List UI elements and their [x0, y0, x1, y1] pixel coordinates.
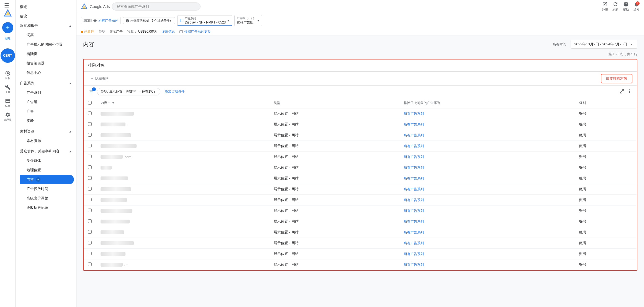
sidebar-item-ad-groups[interactable]: 广告组 — [20, 97, 74, 107]
campaign-name-filter[interactable]: 广告系列 Display - NF - RMKT - 0523 ▼ — [177, 15, 232, 26]
sidebar-item-ad-schedule-2[interactable]: 广告投放时间 — [20, 184, 74, 194]
edit-exclude-button[interactable]: 修改排除对象 — [601, 74, 632, 83]
campaign-link[interactable]: 所有广告系列 — [404, 198, 424, 202]
row-campaign-cell: 所有广告系列 — [399, 249, 575, 259]
simulate-link[interactable]: 模拟广告系列更改 — [184, 29, 211, 34]
row-checkbox[interactable] — [88, 230, 92, 234]
notifications-button[interactable]: 1 通知 — [633, 1, 640, 12]
row-checkbox[interactable] — [88, 262, 92, 266]
row-checkbox[interactable] — [88, 144, 92, 147]
campaign-link[interactable]: 所有广告系列 — [404, 166, 424, 170]
sidebar-item-change-history[interactable]: 更改历史记录 — [20, 203, 74, 212]
table-row: 展示位置 - 网站 所有广告系列 账号 — [84, 216, 637, 227]
back-to-all-campaigns[interactable]: 返回到 所有广告系列 — [81, 17, 121, 24]
sidebar-item-report-editor[interactable]: 报告编辑器 — [20, 59, 74, 68]
more-options-icon[interactable] — [627, 89, 632, 95]
sidebar-item-assets[interactable]: 素材资源 — [20, 136, 74, 145]
row-level-cell: 账号 — [575, 195, 637, 205]
ad-group-filter[interactable]: 广告组（3 个） 选择广告组 ▼ — [234, 15, 262, 26]
cert-badge[interactable]: CERT — [1, 48, 15, 63]
row-checkbox[interactable] — [88, 209, 92, 212]
campaign-link[interactable]: 所有广告系列 — [404, 220, 424, 223]
date-range-selector[interactable]: 2022年10月9日 - 2024年7月25日 — [571, 40, 637, 49]
sidebar-item-ads[interactable]: 广告 — [20, 107, 74, 116]
filter-icon-wrapper[interactable]: 1 — [88, 89, 95, 95]
th-checkbox — [84, 98, 96, 108]
row-checkbox[interactable] — [88, 111, 92, 115]
sidebar-audience-section: 受众群体、关键字和内容 ▲ 受众群体 地理位置 内容 广告投放时间 高级出价调整 — [16, 147, 76, 212]
campaign-filter-arrow-icon: ▼ — [227, 19, 230, 22]
external-button[interactable]: 外观 — [602, 1, 608, 12]
hamburger-menu[interactable]: ☰ — [4, 2, 9, 9]
row-checkbox[interactable] — [88, 133, 92, 137]
sidebar-item-campaigns[interactable]: 广告系列 — [20, 88, 74, 97]
row-campaign-cell: 所有广告系列 — [399, 238, 575, 249]
campaign-link[interactable]: 所有广告系列 — [404, 241, 424, 245]
budget-label: 预算： — [127, 30, 137, 33]
nav-tools[interactable]: 工具 — [1, 82, 14, 96]
search-input[interactable] — [112, 2, 201, 11]
sidebar-campaigns-header[interactable]: 广告系列 ▲ — [16, 79, 76, 88]
sidebar-item-bid-adjust[interactable]: 高级出价调整 — [20, 194, 74, 203]
hide-table-button[interactable]: 隐藏表格 — [88, 75, 111, 82]
sidebar-item-landing-pages[interactable]: 着陆页 — [20, 49, 74, 59]
content-blurred — [101, 263, 123, 267]
sidebar-audience-header[interactable]: 受众群体、关键字和内容 ▲ — [16, 147, 76, 156]
row-content-cell — [96, 173, 269, 184]
refresh-button[interactable]: 刷新 — [612, 1, 619, 12]
create-button[interactable] — [2, 22, 13, 33]
nav-divider-2 — [2, 66, 14, 66]
row-checkbox[interactable] — [88, 122, 92, 126]
unsaved-view-filter[interactable]: 未保存的视图（3 个过滤条件） — [123, 17, 175, 24]
row-checkbox[interactable] — [88, 219, 92, 223]
content-blurred — [101, 198, 127, 202]
detail-link[interactable]: 详细信息 — [161, 29, 175, 34]
select-all-checkbox[interactable] — [88, 101, 92, 105]
campaign-link[interactable]: 所有广告系列 — [404, 187, 424, 191]
row-checkbox[interactable] — [88, 165, 92, 169]
campaign-link[interactable]: 所有广告系列 — [404, 155, 424, 159]
nav-admin[interactable]: 管理员 — [1, 110, 14, 123]
nav-billing[interactable]: 结算 — [1, 96, 14, 110]
row-checkbox[interactable] — [88, 241, 92, 244]
campaign-link[interactable]: 所有广告系列 — [404, 133, 424, 137]
campaign-link[interactable]: 所有广告系列 — [404, 209, 424, 213]
sidebar-item-info-center[interactable]: 信息中心 — [20, 68, 74, 77]
sidebar-item-audiences[interactable]: 受众群体 — [20, 156, 74, 165]
content-blurred — [101, 112, 134, 116]
budget-info: 预算： US$30.00/天 — [127, 29, 157, 34]
expand-icon[interactable] — [619, 89, 625, 95]
sidebar-item-ad-schedule[interactable]: 广告展示的时间和位置 — [20, 40, 74, 49]
sort-icon[interactable]: ⬆ — [112, 102, 114, 105]
row-checkbox[interactable] — [88, 155, 92, 158]
campaign-link[interactable]: 所有广告系列 — [404, 263, 424, 267]
nav-goals[interactable]: 目标 — [1, 69, 14, 82]
add-filter-button[interactable]: 添加过滤条件 — [163, 88, 187, 95]
help-button[interactable]: 帮助 — [623, 1, 629, 12]
row-checkbox[interactable] — [88, 176, 92, 180]
table-row: t 展示位置 - 网站 所有广告系列 账号 — [84, 162, 637, 173]
row-checkbox[interactable] — [88, 252, 92, 255]
exclude-header: 排除对象 — [84, 59, 637, 72]
row-type-cell: 展示位置 - 网站 — [269, 195, 399, 205]
filter-tag-type[interactable]: 类型: 展示位置、关键字...（还有1项） — [97, 88, 160, 95]
campaign-link[interactable]: 所有广告系列 — [404, 112, 424, 116]
sidebar-insights-header[interactable]: 洞察和报告 ▲ — [16, 21, 76, 30]
campaign-link[interactable]: 所有广告系列 — [404, 252, 424, 256]
row-checkbox[interactable] — [88, 187, 92, 191]
sidebar-item-geo[interactable]: 地理位置 — [20, 165, 74, 175]
campaign-link[interactable]: 所有广告系列 — [404, 144, 424, 148]
campaign-link[interactable]: 所有广告系列 — [404, 230, 424, 234]
sidebar-item-content[interactable]: 内容 — [20, 175, 74, 184]
sidebar-assets-header[interactable]: 素材资源 ▲ — [16, 127, 76, 136]
campaign-link[interactable]: 所有广告系列 — [404, 176, 424, 180]
sidebar-item-insights[interactable]: 洞察 — [20, 30, 74, 40]
sidebar-item-experiments[interactable]: 实验 — [20, 116, 74, 126]
sidebar-item-recommendations[interactable]: 建议 — [16, 12, 74, 21]
row-checkbox[interactable] — [88, 198, 92, 201]
th-excluded-campaigns: 排除了此对象的广告系列 — [399, 98, 575, 108]
campaign-link[interactable]: 所有广告系列 — [404, 123, 424, 126]
app-logo: Google Ads — [81, 3, 110, 10]
row-checkbox-cell — [84, 249, 96, 259]
sidebar-item-overview[interactable]: 概览 — [16, 2, 74, 12]
